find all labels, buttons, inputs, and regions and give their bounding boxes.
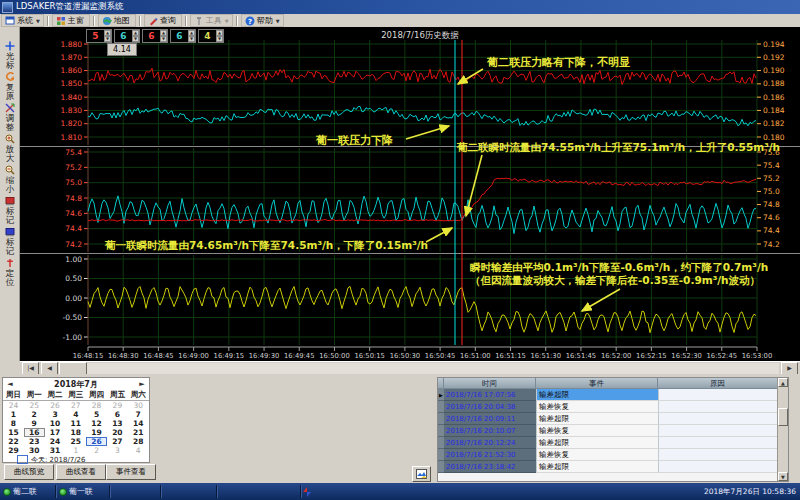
spinner-down-icon[interactable]: ▼	[160, 36, 167, 42]
column-header-2[interactable]: 原因	[658, 378, 778, 389]
calendar-day[interactable]: 2	[24, 410, 45, 419]
calendar-day[interactable]: 20	[107, 428, 128, 437]
event-type-cell[interactable]: 输差超限	[536, 413, 658, 425]
table-row[interactable]: 2018/7/16 20:04:38输差恢复	[438, 401, 778, 413]
scroll-right-button[interactable]: ▶	[781, 362, 798, 375]
spinner-down-icon[interactable]: ▼	[216, 36, 223, 42]
event-time-cell[interactable]: 2018/7/16 23:18:42	[444, 461, 536, 473]
calendar-day[interactable]: 25	[65, 437, 86, 446]
calendar-day[interactable]: 5	[86, 410, 107, 419]
spinner-down-icon[interactable]: ▼	[188, 36, 195, 42]
vscroll-thumb[interactable]	[778, 408, 788, 426]
scroll-to-start-button[interactable]: |◀	[22, 362, 39, 375]
menu-item-map[interactable]: 地图	[98, 14, 136, 27]
sidebar-btn-adjust[interactable]: 调整	[0, 103, 20, 134]
event-time-cell[interactable]: 2018/7/16 21:52:30	[444, 449, 536, 461]
calendar-day[interactable]: 13	[107, 419, 128, 428]
event-time-cell[interactable]: 2018/7/16 20:09:11	[444, 413, 536, 425]
calendar-day[interactable]: 27	[65, 401, 86, 410]
event-type-cell[interactable]: 输差超限	[536, 437, 658, 449]
calendar-day[interactable]: 7	[128, 410, 149, 419]
calendar-day[interactable]: 2	[86, 446, 107, 455]
calendar-day[interactable]: 4	[128, 446, 149, 455]
channel-spinner-2[interactable]: 6▲▼	[142, 29, 168, 43]
scroll-up-icon[interactable]: ▲	[778, 378, 788, 387]
calendar-day[interactable]: 8	[3, 419, 24, 428]
event-time-cell[interactable]: 2018/7/16 20:12:24	[444, 437, 536, 449]
calendar-day-today[interactable]: 26	[86, 437, 107, 446]
calendar-day[interactable]: 3	[107, 446, 128, 455]
calendar-day[interactable]: 1	[3, 410, 24, 419]
calendar-day[interactable]: 17	[45, 428, 66, 437]
event-reason-cell[interactable]	[658, 401, 778, 413]
event-time-cell[interactable]: 2018/7/16 17:07:56	[444, 389, 536, 401]
calendar-day[interactable]: 28	[128, 437, 149, 446]
calendar-day[interactable]: 10	[45, 419, 66, 428]
event-reason-cell[interactable]	[658, 449, 778, 461]
sidebar-btn-zoom-in[interactable]: 放大	[0, 134, 20, 165]
event-time-cell[interactable]: 2018/7/16 20:10:07	[444, 425, 536, 437]
menu-item-main-window[interactable]: 主窗	[52, 14, 90, 27]
event-reason-cell[interactable]	[658, 461, 778, 473]
table-row[interactable]: ▶2018/7/16 17:07:56输差超限	[438, 389, 778, 401]
preview-image-button[interactable]	[412, 466, 431, 482]
calendar-day[interactable]: 9	[24, 419, 45, 428]
table-row[interactable]: 2018/7/16 20:12:24输差超限	[438, 437, 778, 449]
calendar-day[interactable]: 29	[107, 401, 128, 410]
calendar-next-month-button[interactable]: ►	[135, 380, 149, 388]
trend-chart[interactable]: 1.8801.8701.8601.8501.8401.8301.8201.810…	[20, 27, 800, 361]
menu-item-help[interactable]: ?帮助▼	[241, 14, 284, 27]
spinner-down-icon[interactable]: ▼	[104, 36, 111, 42]
calendar-day[interactable]: 12	[86, 419, 107, 428]
calendar-day[interactable]: 14	[128, 419, 149, 428]
table-vscrollbar[interactable]: ▲▼	[777, 378, 788, 481]
chart-hscrollbar[interactable]: |◀ ◀ ▶	[20, 361, 800, 374]
curve-view-button[interactable]: 曲线查看	[56, 464, 106, 480]
event-type-cell[interactable]: 输差恢复	[536, 401, 658, 413]
calendar-day[interactable]: 30	[128, 401, 149, 410]
calendar-day[interactable]: 3	[45, 410, 66, 419]
calendar-day[interactable]: 18	[65, 428, 86, 437]
menu-item-query[interactable]: 查询	[144, 14, 182, 27]
sidebar-btn-mark-red[interactable]: 标记	[0, 196, 20, 227]
sidebar-btn-locate[interactable]: 定位	[0, 258, 20, 289]
calendar-day[interactable]: 30	[24, 446, 45, 455]
sidebar-btn-zoom-out[interactable]: 缩小	[0, 165, 20, 196]
channel-spinner-1[interactable]: 6▲▼	[114, 29, 140, 43]
spinner-down-icon[interactable]: ▼	[132, 36, 139, 42]
event-type-cell[interactable]: 输差超限	[536, 461, 658, 473]
scroll-down-icon[interactable]: ▼	[778, 472, 788, 481]
event-time-cell[interactable]: 2018/7/16 20:04:38	[444, 401, 536, 413]
calendar-day[interactable]: 1	[65, 446, 86, 455]
event-reason-cell[interactable]	[658, 425, 778, 437]
table-row[interactable]: 2018/7/16 23:18:42输差超限	[438, 461, 778, 473]
hscroll-track[interactable]	[87, 363, 779, 374]
table-row[interactable]: 2018/7/16 21:52:30输差恢复	[438, 449, 778, 461]
sidebar-btn-cursor[interactable]: 光标	[0, 41, 20, 72]
hscroll-thumb[interactable]	[59, 362, 87, 375]
channel-spinner-0[interactable]: 5▲▼	[86, 29, 112, 43]
calendar-day[interactable]: 26	[45, 401, 66, 410]
calendar-prev-month-button[interactable]: ◄	[3, 380, 17, 388]
calendar-day[interactable]: 22	[3, 437, 24, 446]
calendar-day[interactable]: 24	[3, 401, 24, 410]
calendar-day[interactable]: 24	[45, 437, 66, 446]
calendar-day[interactable]: 11	[65, 419, 86, 428]
calendar-day[interactable]: 31	[45, 446, 66, 455]
sidebar-btn-restore[interactable]: 复原	[0, 72, 20, 103]
event-reason-cell[interactable]	[658, 389, 778, 401]
table-row[interactable]: 2018/7/16 20:09:11输差超限	[438, 413, 778, 425]
channel-spinner-4[interactable]: 4▲▼	[198, 29, 224, 43]
calendar-day[interactable]: 23	[24, 437, 45, 446]
calendar-day[interactable]: 29	[3, 446, 24, 455]
calendar-day[interactable]: 15	[3, 428, 24, 437]
event-type-cell[interactable]: 输差恢复	[536, 449, 658, 461]
menu-item-system[interactable]: 系统▼	[1, 14, 44, 27]
calendar-day[interactable]: 19	[86, 428, 107, 437]
column-header-1[interactable]: 事件	[536, 378, 658, 389]
event-type-cell[interactable]: 输差超限	[536, 389, 658, 401]
event-reason-cell[interactable]	[658, 413, 778, 425]
calendar-day[interactable]: 25	[24, 401, 45, 410]
column-header-0[interactable]: 时间	[444, 378, 536, 389]
sidebar-btn-mark-blue[interactable]: 标记	[0, 227, 20, 258]
